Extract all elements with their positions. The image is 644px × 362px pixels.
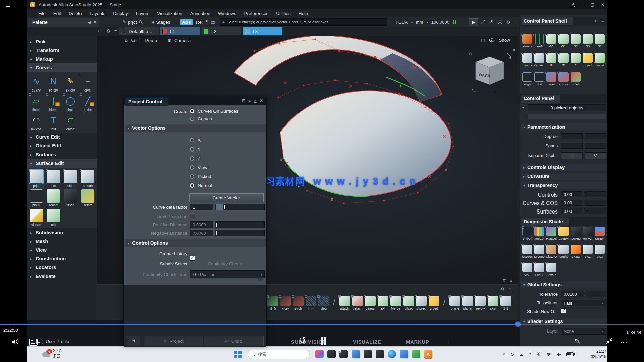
radio-icon[interactable] (190, 174, 194, 179)
picked-dropdown-icon[interactable]: ▾ (522, 106, 524, 109)
shelf-tool[interactable]: dynms (522, 53, 533, 68)
shelf-tool[interactable]: G1 (558, 34, 569, 49)
menu-item[interactable]: Utilities (276, 11, 291, 16)
layer-tab[interactable]: DefaultLa... (119, 27, 159, 35)
vector-option[interactable]: Y (190, 145, 212, 154)
transparency-slider[interactable] (584, 191, 606, 197)
shelf-tool[interactable]: xsedit (534, 34, 545, 49)
grid-icon[interactable]: ⠿ (206, 19, 209, 25)
shelf-tool[interactable]: srfsrf (570, 72, 581, 87)
annotate-pencil-button[interactable]: ✎ (574, 337, 580, 346)
palette-tool[interactable]: sh sub (79, 169, 96, 189)
curvature-header[interactable]: ▸Curvature (521, 173, 607, 180)
taskbar-search[interactable]: 搜索 (248, 350, 310, 359)
camera-box-icon[interactable]: ▣ (168, 38, 171, 43)
shelf-tool[interactable]: G2 (570, 34, 581, 49)
viewport-menu-icon[interactable]: ≡ (510, 278, 512, 283)
tray-expand-icon[interactable]: ^ (503, 352, 505, 357)
palette-section[interactable]: ▸Surfaces (27, 150, 97, 159)
palette-tool[interactable]: ╱ kptbx (79, 93, 96, 113)
shelf-tool[interactable]: offset (402, 295, 415, 311)
zoom-icon[interactable] (131, 38, 136, 43)
home-icon[interactable]: ⌂ (469, 51, 472, 56)
palette-section[interactable]: ▸Pick (27, 37, 97, 46)
layer-menu-icon[interactable]: ≡ (114, 28, 117, 34)
shelf-tool[interactable]: qryed (582, 53, 593, 68)
layer-tab[interactable]: L1 (160, 27, 200, 35)
diagnostic-shade-title[interactable]: Diagnostic Shade (521, 218, 569, 226)
show-menu[interactable]: Show (499, 38, 510, 43)
diagnostic-tool[interactable]: HorVer (582, 226, 593, 241)
battery-icon[interactable] (566, 352, 574, 356)
shelf-tool[interactable]: ptprec (415, 295, 427, 311)
shrink-button[interactable] (606, 337, 613, 345)
spans-u-input[interactable] (561, 143, 583, 149)
radio-icon[interactable] (190, 165, 194, 170)
dialog-close-icon[interactable]: ✕ (260, 98, 263, 103)
stages-button[interactable]: ◆ Stages (152, 17, 170, 27)
rel-toggle[interactable]: Rel (195, 19, 204, 25)
palette-tab[interactable]: Palette ◀ ≡ (28, 18, 99, 27)
positive-distance-slider[interactable] (215, 221, 265, 228)
layer-gear-icon[interactable]: ⚙ (106, 28, 110, 34)
weather-widget[interactable]: 6 21°C 多云 (42, 349, 62, 359)
layer-tab[interactable]: L2 (202, 27, 241, 35)
palette-tool[interactable]: fitscn (62, 189, 79, 208)
search-icon[interactable] (139, 20, 143, 24)
shelf-tool[interactable]: T (558, 53, 569, 68)
diagnostic-tool[interactable]: Vis3 (522, 262, 533, 278)
viewcube-plus-icon[interactable]: + (492, 89, 496, 96)
dialog-collapse-icon[interactable]: △ (254, 98, 257, 103)
taskbar-app-console[interactable] (364, 350, 372, 358)
negative-distance-input[interactable]: 0.0000 (190, 230, 213, 236)
diagnostic-tool[interactable]: Isopho (558, 244, 569, 259)
display-toggle-icon[interactable]: ▢ (481, 37, 485, 43)
palette-tool[interactable]: trim (45, 169, 62, 189)
more-options-button[interactable]: ⋯ (620, 338, 628, 347)
shelf-tool[interactable]: Seg (318, 295, 330, 311)
palette-tool[interactable]: ∿ cv crv (28, 74, 45, 93)
popout-icon[interactable]: ⧉ (125, 38, 128, 43)
vector-options-header[interactable]: ▾ Vector Options (125, 124, 266, 132)
subtitle-button[interactable] (29, 339, 38, 346)
radio-icon[interactable] (190, 109, 194, 113)
transparency-value[interactable]: 0.00 (561, 208, 582, 214)
shelf-tool[interactable]: crvcvt (594, 53, 605, 68)
active-tool-chip[interactable]: ✎ prjct (123, 17, 143, 27)
user-icon[interactable] (570, 2, 575, 7)
shelf-gear-icon[interactable]: ⚙ (501, 287, 504, 291)
mini-player-button[interactable] (589, 359, 599, 362)
back-arrow-button[interactable]: ← (5, 1, 12, 9)
cloud-icon[interactable]: ☁ (519, 352, 523, 357)
menu-item[interactable]: Delete (69, 11, 82, 16)
shelf-tool[interactable]: G0 (546, 34, 557, 49)
shelf-tool[interactable]: G3 (582, 34, 593, 49)
sync-icon[interactable]: ↻ (510, 352, 514, 357)
palette-tool[interactable]: refsrf (79, 189, 96, 208)
palette-section-surface-edit[interactable]: ▾Surface Edit (27, 159, 97, 168)
layout-grid-icon[interactable]: ⠿ (139, 38, 142, 43)
shelf-tool[interactable]: Ext (377, 295, 389, 311)
transparency-value[interactable]: 0.00 (561, 191, 582, 197)
start-button[interactable] (234, 351, 241, 358)
minimize-button[interactable]: – (582, 2, 584, 7)
shelf-tool[interactable]: Merge (390, 295, 402, 311)
shelf-tool[interactable]: Linear (364, 295, 376, 311)
workflow-tab-visualize[interactable]: VISUALIZE (353, 339, 381, 345)
volume-button[interactable] (11, 338, 19, 345)
layer-swatch[interactable] (162, 29, 167, 34)
speaker-icon[interactable] (556, 352, 561, 357)
shelf-tool[interactable]: G2 (594, 34, 605, 49)
degree-v-input[interactable] (585, 133, 606, 139)
shelf-tool[interactable]: attach (339, 295, 351, 311)
palette-tool[interactable]: ✎ sk crv (62, 74, 79, 93)
vector-option[interactable]: Normal (190, 181, 212, 190)
menu-item[interactable]: Windows (218, 11, 236, 16)
diagnostic-tool[interactable]: SurEvl (594, 226, 605, 241)
radio-icon[interactable] (190, 183, 194, 188)
transparency-value[interactable]: 0.00 (561, 200, 582, 206)
layer-swatch[interactable] (204, 29, 209, 34)
menu-item[interactable]: Help (299, 11, 308, 16)
palette-tool[interactable]: N ep crv (45, 74, 62, 93)
curve-data-factor-input[interactable]: 1 (190, 204, 213, 210)
